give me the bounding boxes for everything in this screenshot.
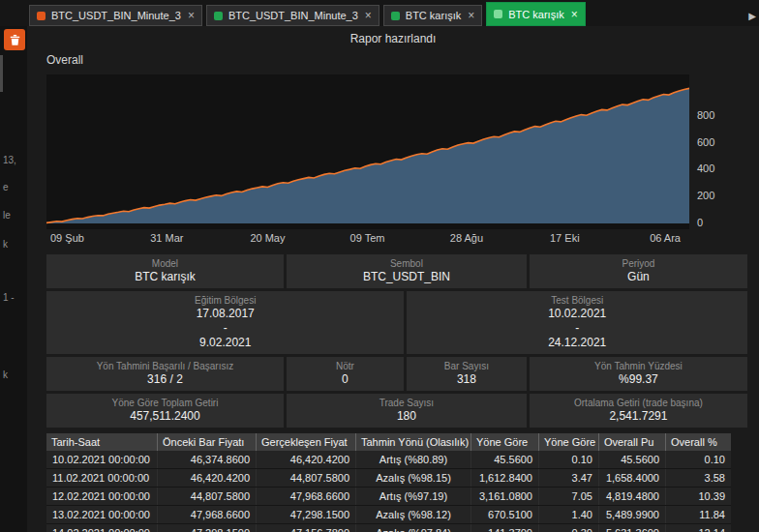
y-axis-label: 400 — [697, 163, 714, 174]
table-cell: 47,968.6600 — [158, 506, 257, 523]
tab-label: BTC_USDT_BIN_Minute_3 — [228, 10, 358, 21]
column-header[interactable]: Overall % — [666, 433, 731, 451]
table-row[interactable]: 10.02.2021 00:00:0046,374.860046,420.420… — [46, 451, 731, 469]
summary-cell-label: Ortalama Getiri (trade başına) — [530, 397, 747, 409]
tab-scroll-right-icon[interactable]: ▶ — [748, 11, 756, 21]
y-axis-label: 200 — [697, 190, 714, 201]
table-row[interactable]: 14.02.2021 00:00:0047,298.150047,156.780… — [46, 524, 731, 532]
summary-cell-label: Trade Sayısı — [287, 397, 527, 409]
status-text: Rapor hazırlandı — [27, 26, 759, 49]
summary-cell-value: 24.12.2021 — [407, 336, 747, 350]
tab-close-icon[interactable]: × — [365, 11, 372, 20]
table-cell: 46,374.8600 — [158, 451, 257, 468]
summary-cell-label: Bar Sayısı — [407, 360, 527, 372]
summary-cell: Yön Tahmin Yüzdesi%99.37 — [530, 357, 747, 391]
table-cell: 1,612.8400 — [471, 469, 539, 487]
tab-2[interactable]: BTC_USDT_BIN_Minute_3× — [206, 5, 380, 26]
table-cell: 46,420.4200 — [158, 469, 257, 487]
summary-cell-value: %99.37 — [530, 372, 747, 387]
tab-bar: BTC_USDT_BIN_Minute_3×BTC_USDT_BIN_Minut… — [0, 0, 759, 26]
x-axis-label: 28 Ağu — [450, 232, 483, 244]
table-cell: 670.5100 — [471, 506, 539, 523]
summary-cell: Trade Sayısı180 — [287, 394, 527, 428]
table-cell: 4,819.4800 — [599, 488, 666, 505]
table-cell: 0.10 — [539, 451, 599, 468]
clipped-sidebar-text: le — [3, 210, 11, 221]
table-cell: 45.5600 — [599, 451, 666, 468]
summary-cell-label: Model — [46, 257, 284, 270]
summary-cell-value: 10.02.2021 — [407, 307, 747, 321]
table-row[interactable]: 13.02.2021 00:00:0047,968.660047,298.150… — [46, 506, 731, 524]
table-cell: 7.05 — [539, 488, 599, 505]
app-window: BTC_USDT_BIN_Minute_3×BTC_USDT_BIN_Minut… — [0, 0, 759, 532]
x-axis-label: 31 Mar — [150, 232, 183, 244]
summary-cell-label: Periyod — [530, 257, 747, 270]
table-row[interactable]: 12.02.2021 00:00:0044,807.580047,968.660… — [46, 488, 731, 506]
clipped-sidebar-text: k — [3, 369, 8, 380]
table-cell: 11.84 — [666, 506, 731, 523]
summary-cell-value: 17.08.2017 — [46, 307, 404, 321]
summary-cell-value: - — [46, 321, 404, 336]
summary-cell: Bar Sayısı318 — [407, 357, 527, 391]
summary-cell-label: Eğitim Bölgesi — [46, 294, 404, 307]
table-cell: 10.39 — [666, 488, 731, 505]
x-axis-label: 20 May — [250, 232, 285, 244]
tab-1[interactable]: BTC_USDT_BIN_Minute_3× — [29, 5, 202, 26]
tab-label: BTC_USDT_BIN_Minute_3 — [51, 10, 181, 21]
summary-cell-value: BTC_USDT_BIN — [287, 270, 527, 284]
table-cell: Azalış (%98.12) — [356, 506, 471, 523]
report-panel: Rapor hazırlandı Overall 8006004002000 0… — [27, 26, 759, 532]
tab-color-icon — [37, 12, 46, 20]
y-axis-label: 0 — [697, 217, 703, 228]
equity-chart: 8006004002000 — [46, 74, 747, 229]
column-header[interactable]: Tarih-Saat — [46, 433, 158, 451]
summary-band: Yöne Göre Toplam Getiri457,511.2400Trade… — [46, 394, 747, 428]
column-header[interactable]: Tahmin Yönü (Olasılık) — [356, 433, 471, 451]
trash-icon — [9, 34, 21, 46]
table-cell: 3.58 — [666, 469, 731, 487]
table-cell: 44,807.5800 — [158, 488, 257, 505]
tab-3[interactable]: BTC karışık× — [383, 5, 482, 26]
table-cell: 12.02.2021 00:00:00 — [46, 488, 158, 505]
summary-cell-value: BTC karışık — [46, 270, 284, 284]
tab-close-icon[interactable]: × — [188, 11, 195, 20]
summary-grid: ModelBTC karışıkSembolBTC_USDT_BINPeriyo… — [46, 254, 747, 428]
column-header[interactable]: Overall Pu — [599, 433, 666, 451]
table-cell: 0.30 — [539, 524, 599, 532]
column-header[interactable]: Yöne Göre — [539, 433, 599, 451]
table-cell: 45.5600 — [471, 451, 539, 468]
table-cell: 1,658.4000 — [599, 469, 666, 487]
tab-4[interactable]: BTC karışık× — [486, 2, 585, 26]
summary-cell: ModelBTC karışık — [46, 254, 284, 288]
tab-color-icon — [494, 10, 502, 18]
column-header[interactable]: Önceki Bar Fiyatı — [158, 433, 257, 451]
summary-cell-label: Nötr — [287, 360, 404, 372]
summary-cell: SembolBTC_USDT_BIN — [287, 254, 527, 288]
clipped-sidebar-text: k — [3, 239, 8, 250]
table-cell: 14.02.2021 00:00:00 — [46, 524, 158, 532]
table-cell: 44,807.5800 — [257, 469, 356, 487]
table-row[interactable]: 11.02.2021 00:00:0046,420.420044,807.580… — [46, 469, 731, 488]
table-cell: 141.3700 — [471, 524, 539, 532]
summary-cell-value: Gün — [530, 270, 747, 284]
tab-color-icon — [391, 12, 400, 20]
column-header[interactable]: Gerçekleşen Fiyat — [257, 433, 356, 451]
table-cell: Artış (%97.19) — [356, 488, 471, 505]
tab-close-icon[interactable]: × — [468, 11, 474, 20]
summary-cell-value: 0 — [287, 372, 404, 387]
left-strip: 13,elek1 -k — [0, 26, 27, 532]
delete-button[interactable] — [4, 29, 25, 50]
clipped-sidebar-text: 1 - — [3, 292, 15, 303]
table-cell: Artış (%80.89) — [356, 451, 471, 468]
chart-plot — [46, 74, 689, 229]
table-cell: 5,489.9900 — [599, 506, 666, 523]
tab-close-icon[interactable]: × — [571, 10, 578, 19]
trades-table: Tarih-SaatÖnceki Bar FiyatıGerçekleşen F… — [46, 433, 731, 532]
summary-cell: Nötr0 — [287, 357, 404, 391]
clipped-sidebar-text: 13, — [3, 155, 16, 165]
tab-label: BTC karışık — [406, 10, 461, 21]
summary-cell-value: 9.02.2021 — [46, 336, 404, 350]
summary-cell: PeriyodGün — [530, 254, 747, 288]
column-header[interactable]: Yöne Göre — [471, 433, 539, 451]
left-scrollbar[interactable] — [0, 55, 3, 92]
